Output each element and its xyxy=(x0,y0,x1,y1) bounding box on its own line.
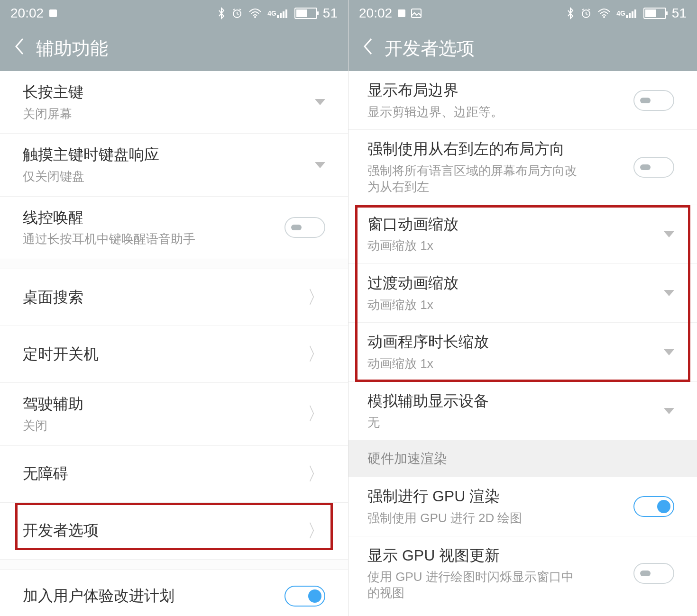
row-animator-duration[interactable]: 动画程序时长缩放 动画缩放 1x xyxy=(348,323,697,381)
alarm-icon xyxy=(580,8,592,19)
bluetooth-icon xyxy=(566,7,575,19)
row-sub: 强制使用 GPU 进行 2D 绘图 xyxy=(367,510,633,526)
toggle-force-rtl[interactable] xyxy=(633,157,674,178)
toggle-user-experience[interactable] xyxy=(284,586,325,607)
row-title: 模拟辅助显示设备 xyxy=(367,391,664,411)
battery-icon xyxy=(294,8,317,19)
row-gpu-view-updates[interactable]: 显示 GPU 视图更新 使用 GPU 进行绘图时闪烁显示窗口中的视图 xyxy=(348,536,697,611)
chevron-right-icon: 〉 xyxy=(307,285,325,309)
toggle-wire-wake[interactable] xyxy=(284,217,325,238)
wifi-icon xyxy=(597,8,611,18)
battery-percent: 51 xyxy=(323,6,338,21)
section-hw-accel: 硬件加速渲染 xyxy=(348,440,697,477)
back-icon[interactable] xyxy=(362,37,373,61)
svg-rect-13 xyxy=(632,11,633,18)
toggle-layout-bounds[interactable] xyxy=(633,90,674,111)
dropdown-icon xyxy=(664,231,674,237)
row-desktop-search[interactable]: 桌面搜索 〉 xyxy=(0,269,348,326)
svg-rect-11 xyxy=(626,15,628,18)
row-force-gpu[interactable]: 强制进行 GPU 渲染 强制使用 GPU 进行 2D 绘图 xyxy=(348,477,697,536)
row-title: 过渡动画缩放 xyxy=(367,273,664,293)
dev-options-list: 显示布局边界 显示剪辑边界、边距等。 强制使用从右到左的布局方向 强制将所有语言… xyxy=(348,71,697,616)
svg-rect-8 xyxy=(412,9,421,18)
row-title: 动画程序时长缩放 xyxy=(367,332,664,352)
status-time: 20:02 xyxy=(10,6,44,21)
row-sub: 动画缩放 1x xyxy=(367,238,664,254)
row-title: 开发者选项 xyxy=(23,521,307,541)
back-icon[interactable] xyxy=(13,37,25,61)
row-hw-layer-updates[interactable]: 显示硬件层更新 xyxy=(348,611,697,616)
svg-rect-4 xyxy=(280,13,282,18)
row-title: 强制使用从右到左的布局方向 xyxy=(367,139,633,159)
wifi-icon xyxy=(248,8,262,18)
row-developer-options[interactable]: 开发者选项 〉 xyxy=(0,503,348,560)
row-sub: 通过长按耳机中键唤醒语音助手 xyxy=(23,231,284,247)
dropdown-icon xyxy=(664,408,674,414)
chevron-right-icon: 〉 xyxy=(307,342,325,366)
signal-icon: 4G xyxy=(616,9,638,18)
row-title: 桌面搜索 xyxy=(23,288,307,308)
svg-rect-7 xyxy=(398,9,405,17)
row-title: 定时开关机 xyxy=(23,344,307,364)
dropdown-icon xyxy=(664,290,674,296)
row-sub: 动画缩放 1x xyxy=(367,356,664,372)
row-layout-bounds[interactable]: 显示布局边界 显示剪辑边界、边距等。 xyxy=(348,71,697,130)
status-bar: 20:02 4G 51 xyxy=(0,0,348,26)
svg-rect-6 xyxy=(285,9,287,18)
toggle-gpu-view-updates[interactable] xyxy=(633,563,674,584)
title-bar: 辅助功能 xyxy=(0,26,348,71)
row-title: 线控唤醒 xyxy=(23,208,284,228)
row-window-anim[interactable]: 窗口动画缩放 动画缩放 1x xyxy=(348,205,697,264)
toggle-force-gpu[interactable] xyxy=(633,496,674,517)
row-accessibility[interactable]: 无障碍 〉 xyxy=(0,446,348,503)
chevron-right-icon: 〉 xyxy=(307,462,325,486)
svg-point-10 xyxy=(603,16,605,18)
row-title: 显示 GPU 视图更新 xyxy=(367,546,633,566)
title-bar: 开发者选项 xyxy=(348,26,697,71)
alarm-icon xyxy=(231,8,243,19)
row-sub: 显示剪辑边界、边距等。 xyxy=(367,104,633,120)
right-screenshot: 20:02 4G 51 xyxy=(348,0,697,616)
sim-icon xyxy=(397,9,406,18)
row-sub: 无 xyxy=(367,415,664,431)
row-sub: 关闭屏幕 xyxy=(23,106,315,122)
bluetooth-icon xyxy=(217,7,226,19)
row-sub: 动画缩放 1x xyxy=(367,297,664,313)
row-wire-wake[interactable]: 线控唤醒 通过长按耳机中键唤醒语音助手 xyxy=(0,197,348,259)
row-scheduled-power[interactable]: 定时开关机 〉 xyxy=(0,326,348,383)
sim-icon xyxy=(48,9,58,18)
row-sub: 强制将所有语言区域的屏幕布局方向改为从右到左 xyxy=(367,163,586,195)
row-title: 加入用户体验改进计划 xyxy=(23,586,284,606)
row-title: 驾驶辅助 xyxy=(23,394,307,414)
page-title: 辅助功能 xyxy=(36,36,108,61)
svg-rect-12 xyxy=(629,13,631,18)
dropdown-icon xyxy=(315,99,325,105)
row-touch-home-keyboard[interactable]: 触摸主键时键盘响应 仅关闭键盘 xyxy=(0,134,348,196)
row-title: 长按主键 xyxy=(23,82,315,102)
battery-percent: 51 xyxy=(672,6,687,21)
row-user-experience[interactable]: 加入用户体验改进计划 xyxy=(0,569,348,616)
row-title: 无障碍 xyxy=(23,464,307,484)
status-time: 20:02 xyxy=(359,6,392,21)
row-sub: 仅关闭键盘 xyxy=(23,169,315,185)
row-simulate-display[interactable]: 模拟辅助显示设备 无 xyxy=(348,382,697,440)
svg-point-2 xyxy=(254,16,256,18)
chevron-right-icon: 〉 xyxy=(307,519,325,543)
settings-list: 长按主键 关闭屏幕 触摸主键时键盘响应 仅关闭键盘 线控唤醒 通过长按耳机中键唤… xyxy=(0,71,348,616)
status-bar: 20:02 4G 51 xyxy=(348,0,697,26)
signal-icon: 4G xyxy=(267,9,289,18)
chevron-right-icon: 〉 xyxy=(307,402,325,426)
svg-rect-14 xyxy=(634,9,636,18)
svg-rect-3 xyxy=(277,15,279,18)
row-transition-anim[interactable]: 过渡动画缩放 动画缩放 1x xyxy=(348,264,697,323)
row-sub: 关闭 xyxy=(23,418,307,434)
svg-rect-5 xyxy=(283,11,284,18)
row-sub: 使用 GPU 进行绘图时闪烁显示窗口中的视图 xyxy=(367,569,586,601)
row-long-press-home[interactable]: 长按主键 关闭屏幕 xyxy=(0,71,348,134)
dropdown-icon xyxy=(664,349,674,355)
row-force-rtl[interactable]: 强制使用从右到左的布局方向 强制将所有语言区域的屏幕布局方向改为从右到左 xyxy=(348,130,697,205)
row-driving-assist[interactable]: 驾驶辅助 关闭 〉 xyxy=(0,383,348,445)
left-screenshot: 20:02 4G 51 辅助功能 xyxy=(0,0,348,616)
row-title: 窗口动画缩放 xyxy=(367,215,664,235)
row-title: 强制进行 GPU 渲染 xyxy=(367,487,633,507)
